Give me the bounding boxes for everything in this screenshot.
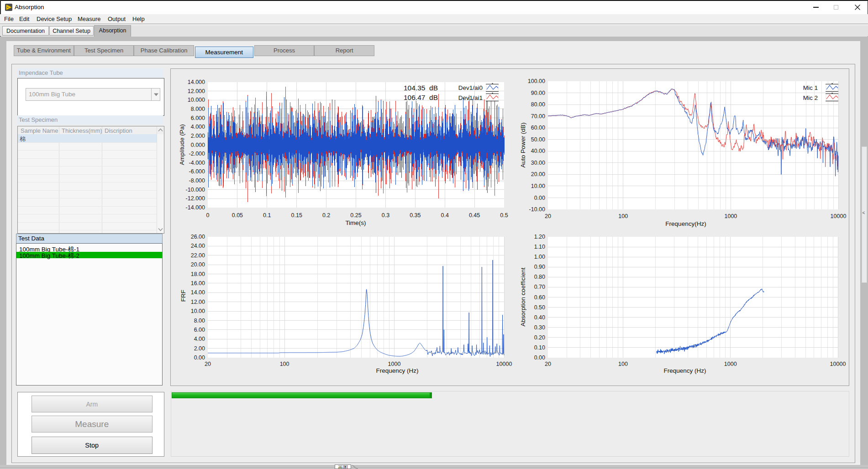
svg-text:Frequency (Hz): Frequency (Hz) [663, 367, 706, 374]
svg-text:Auto Power (dB): Auto Power (dB) [520, 122, 526, 167]
svg-text:1000: 1000 [724, 361, 737, 367]
svg-text:4.00: 4.00 [194, 336, 205, 342]
svg-text:2.00: 2.00 [194, 345, 205, 352]
svg-text:10.00: 10.00 [531, 183, 545, 189]
svg-text:10000: 10000 [831, 213, 847, 219]
svg-text:0.10: 0.10 [534, 344, 545, 351]
svg-text:0.25: 0.25 [350, 212, 361, 219]
svg-text:Mic 1: Mic 1 [803, 84, 818, 91]
svg-text:100: 100 [618, 361, 628, 367]
svg-text:30.00: 30.00 [531, 160, 545, 166]
svg-text:14.00: 14.00 [191, 289, 205, 296]
svg-text:0.80: 0.80 [534, 274, 545, 280]
svg-text:-14.000: -14.000 [186, 204, 205, 211]
svg-text:0.40: 0.40 [534, 314, 545, 321]
svg-text:-8.000: -8.000 [189, 177, 205, 184]
svg-text:0.20: 0.20 [534, 334, 545, 341]
svg-text:10000: 10000 [496, 361, 512, 367]
svg-text:104.35 dB: 104.35 dB [404, 84, 438, 92]
svg-text:-12.000: -12.000 [186, 195, 205, 202]
svg-text:100: 100 [280, 361, 289, 367]
svg-text:100.00: 100.00 [528, 78, 545, 84]
svg-text:22.00: 22.00 [191, 252, 205, 259]
svg-text:10.000: 10.000 [188, 97, 205, 103]
svg-text:70.00: 70.00 [531, 113, 545, 120]
svg-text:0.3: 0.3 [382, 212, 389, 219]
svg-text:0.000: 0.000 [191, 142, 205, 148]
svg-text:26.00: 26.00 [191, 234, 205, 240]
svg-text:-10.000: -10.000 [186, 187, 205, 193]
svg-text:0.70: 0.70 [534, 284, 545, 290]
svg-text:0.50: 0.50 [534, 304, 545, 311]
svg-text:1.00: 1.00 [534, 254, 545, 260]
svg-text:4.000: 4.000 [191, 124, 205, 130]
svg-text:8.00: 8.00 [194, 318, 205, 324]
svg-text:-2.000: -2.000 [189, 151, 205, 157]
svg-text:-10.00: -10.00 [529, 206, 545, 213]
svg-text:20.00: 20.00 [531, 171, 545, 177]
svg-text:0.30: 0.30 [534, 324, 545, 331]
svg-text:24.00: 24.00 [191, 243, 205, 249]
svg-text:Amplitude (Pa): Amplitude (Pa) [179, 124, 185, 165]
svg-text:20.00: 20.00 [191, 261, 205, 268]
svg-text:0.90: 0.90 [534, 264, 545, 270]
svg-text:40.00: 40.00 [531, 148, 545, 154]
svg-text:14.000: 14.000 [188, 79, 205, 85]
svg-text:6.00: 6.00 [194, 327, 205, 333]
svg-text:-6.000: -6.000 [189, 168, 205, 175]
svg-text:0.2: 0.2 [322, 212, 330, 219]
svg-text:0.05: 0.05 [232, 212, 243, 219]
svg-text:6.000: 6.000 [191, 115, 205, 121]
svg-text:0.00: 0.00 [534, 195, 545, 201]
svg-text:0.35: 0.35 [410, 212, 421, 219]
svg-text:50.00: 50.00 [531, 136, 545, 143]
svg-text:0.45: 0.45 [469, 212, 480, 219]
svg-text:0.00: 0.00 [534, 354, 545, 361]
svg-text:Frequency(Hz): Frequency(Hz) [665, 220, 706, 227]
svg-text:1.10: 1.10 [534, 244, 545, 250]
svg-text:1.20: 1.20 [534, 234, 545, 240]
svg-text:10.00: 10.00 [191, 308, 205, 314]
svg-text:20: 20 [545, 213, 551, 219]
svg-text:Mic 2: Mic 2 [803, 94, 818, 101]
svg-text:Frequency (Hz): Frequency (Hz) [376, 367, 418, 374]
svg-text:Time(s): Time(s) [345, 219, 366, 226]
svg-text:-4.000: -4.000 [189, 160, 205, 166]
svg-text:0.60: 0.60 [534, 294, 545, 301]
svg-text:Dev1/ai0: Dev1/ai0 [458, 84, 483, 91]
svg-text:12.00: 12.00 [191, 299, 205, 305]
svg-text:18.00: 18.00 [191, 271, 205, 277]
svg-text:0.5: 0.5 [500, 212, 508, 219]
svg-text:100: 100 [618, 213, 628, 219]
svg-text:12.000: 12.000 [188, 88, 205, 94]
svg-text:1000: 1000 [724, 213, 737, 219]
svg-text:20: 20 [545, 361, 551, 367]
svg-text:2.000: 2.000 [191, 133, 205, 139]
svg-text:0.4: 0.4 [441, 212, 449, 219]
svg-text:16.00: 16.00 [191, 280, 205, 287]
svg-text:0.00: 0.00 [194, 354, 205, 361]
svg-text:0.15: 0.15 [291, 212, 302, 219]
svg-text:10000: 10000 [830, 361, 846, 367]
svg-text:FRF: FRF [180, 290, 187, 302]
svg-text:60.00: 60.00 [531, 125, 545, 131]
svg-text:Dev1/ai1: Dev1/ai1 [458, 94, 483, 101]
svg-text:80.00: 80.00 [531, 101, 545, 108]
svg-text:8.000: 8.000 [191, 106, 205, 112]
svg-text:0.1: 0.1 [263, 212, 271, 219]
svg-text:0: 0 [206, 212, 210, 219]
svg-text:Absorption coefficient: Absorption coefficient [520, 267, 526, 326]
svg-text:1000: 1000 [388, 361, 401, 367]
svg-text:106.47 dB: 106.47 dB [404, 94, 438, 101]
svg-text:90.00: 90.00 [531, 90, 545, 96]
svg-text:20: 20 [205, 361, 211, 367]
